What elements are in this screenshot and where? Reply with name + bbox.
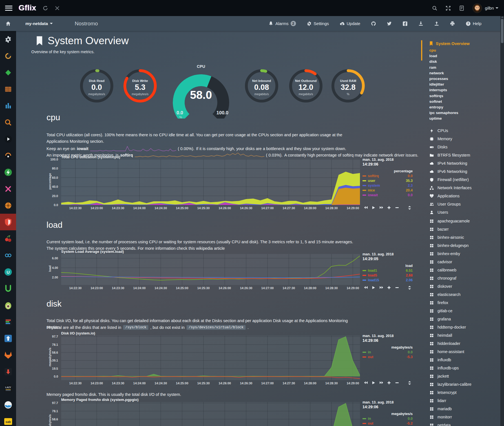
legend-entry-nice[interactable]: nice20.4: [362, 188, 413, 192]
fullscreen-icon[interactable]: [445, 5, 451, 11]
sidebar-app-gitlab[interactable]: [0, 347, 16, 363]
sidebar-app-scissors[interactable]: [0, 180, 16, 197]
chart-plot-area[interactable]: [61, 336, 360, 380]
chart-plot-area[interactable]: [61, 402, 360, 426]
nav-app-lazylibrarian-calibre[interactable]: lazylibrarian-calibre: [429, 380, 500, 389]
legend-entry-system[interactable]: system2.3: [362, 184, 413, 188]
sidebar-app-deluge[interactable]: [0, 64, 16, 81]
legend-entry-softirq[interactable]: softirq0.0: [362, 174, 413, 178]
scrollbar-up-arrow-icon[interactable]: [501, 16, 503, 18]
nav-item-ipc-semaphores[interactable]: ipc semaphores: [429, 110, 500, 116]
legend-entry-load5[interactable]: load52.68: [362, 273, 413, 277]
nav-app-grafana[interactable]: grafana: [429, 315, 500, 323]
nav-app-monitorr[interactable]: monitorr: [429, 413, 500, 421]
nav-group-memory[interactable]: Memory: [429, 135, 500, 143]
sidebar-app-crate[interactable]: [0, 81, 16, 97]
nav-app-chronograf[interactable]: chronograf: [429, 274, 500, 282]
resize-handle-icon[interactable]: [408, 286, 411, 291]
hamburger-menu-icon[interactable]: [5, 6, 12, 11]
nav-app-letsencrypt[interactable]: letsencrypt: [429, 389, 500, 397]
backward-icon[interactable]: [364, 206, 368, 209]
sidebar-app-monitorr[interactable]: [0, 313, 16, 330]
sidebar-app-plex[interactable]: [0, 131, 16, 147]
nav-group-disks[interactable]: Disks: [429, 143, 500, 151]
nav-app-gitlab-ce[interactable]: gitlab-ce: [429, 307, 500, 315]
user-menu-caret-icon[interactable]: [496, 7, 498, 9]
nav-item-uptime[interactable]: uptime: [429, 116, 500, 121]
nav-group-network-interfaces[interactable]: Network Interfaces: [429, 184, 500, 192]
close-tab-icon[interactable]: [54, 5, 60, 11]
nav-item-processes[interactable]: processes: [429, 76, 500, 82]
nav-app-elasticsearch[interactable]: elasticsearch: [429, 291, 500, 299]
sidebar-app-active[interactable]: [0, 214, 16, 230]
forward-icon[interactable]: [379, 206, 384, 209]
nav-app-firefox[interactable]: firefox: [429, 299, 500, 307]
minus-icon[interactable]: [395, 206, 399, 209]
sidebar-app-heimdall[interactable]: [0, 297, 16, 313]
nav-group-cpus[interactable]: CPUs: [429, 127, 500, 135]
sidebar-app-jackett[interactable]: [0, 147, 16, 164]
plus-icon[interactable]: [387, 206, 392, 209]
sidebar-app-bug[interactable]: [0, 197, 16, 214]
sidebar-app-diskover[interactable]: [0, 114, 16, 131]
scrollbar-thumb[interactable]: [501, 19, 503, 43]
legend-entry-load15[interactable]: load152.06: [362, 278, 413, 282]
search-icon[interactable]: [432, 5, 437, 11]
nav-group-firewall-netfilter-[interactable]: Firewall (netfilter): [429, 176, 500, 184]
sidebar-app-droplet[interactable]: [0, 396, 16, 413]
twitter-button[interactable]: [387, 21, 392, 26]
nav-item-interrupts[interactable]: interrupts: [429, 87, 500, 93]
username-label[interactable]: gilbn: [485, 6, 494, 10]
forward-icon[interactable]: [379, 381, 384, 385]
server-dropdown[interactable]: my-netdata: [25, 21, 58, 26]
nav-app-home-assistant[interactable]: home-assistant: [429, 348, 500, 356]
nav-app-hddtemp-docker[interactable]: hddtemp-docker: [429, 323, 500, 331]
nav-item-softnet[interactable]: softnet: [429, 99, 500, 104]
nav-item-entropy[interactable]: entropy: [429, 104, 500, 110]
nav-group-users[interactable]: Users: [429, 208, 500, 217]
gauge-cpu[interactable]: CPU 58.0 0.0 100.0 %: [167, 64, 235, 116]
nav-app-cadvisor[interactable]: cadvisor: [429, 258, 500, 266]
minus-icon[interactable]: [395, 381, 399, 385]
chart-plot-area[interactable]: [61, 159, 360, 205]
nav-group-user-groups[interactable]: User Groups: [429, 200, 500, 208]
sidebar-app-nextcloud[interactable]: [0, 247, 16, 264]
nav-item-network[interactable]: network: [429, 70, 500, 76]
gauge-used-ram[interactable]: Used RAM 32.8 %: [331, 68, 366, 103]
update-button[interactable]: Update: [340, 21, 360, 26]
nav-app-jackett[interactable]: jackett: [429, 372, 500, 380]
play-icon[interactable]: [372, 286, 376, 289]
gauge-net-outbound[interactable]: Net Outbound 12.0 megabits/s: [288, 68, 323, 103]
nav-app-calibreweb[interactable]: calibreweb: [429, 266, 500, 274]
legend-entry-out[interactable]: out-5.2: [362, 421, 413, 425]
sidebar-app-grafana[interactable]: [0, 164, 16, 180]
backward-icon[interactable]: [364, 286, 368, 289]
nav-app-binhex-airsonic[interactable]: binhex-airsonic: [429, 233, 500, 242]
legend-entry-in[interactable]: in0.0: [362, 350, 413, 354]
nav-group-ipv6-networking[interactable]: IPv6 Networking: [429, 168, 500, 176]
legend-entry-iowait[interactable]: iowait0.0: [362, 193, 413, 197]
sidebar-app-downloader[interactable]: [0, 363, 16, 380]
nav-app-heimdall[interactable]: heimdall: [429, 331, 500, 340]
nav-app-influxdb-ups[interactable]: influxdb-ups: [429, 364, 500, 372]
sidebar-app-lazylibrarian[interactable]: LAZY: [0, 380, 16, 396]
legend-entry-user[interactable]: user35.3: [362, 179, 413, 183]
minus-icon[interactable]: [395, 286, 399, 289]
help-button[interactable]: ? Help: [466, 21, 481, 26]
legend-entry-in[interactable]: in0.0: [362, 417, 413, 421]
nav-group-btrfs-filesystem[interactable]: BTRFS filesystem: [429, 151, 500, 159]
print-button[interactable]: [450, 21, 455, 26]
github-button[interactable]: [371, 21, 376, 26]
nav-item-disk[interactable]: disk: [429, 59, 500, 64]
nav-app-lidarr[interactable]: lidarr: [429, 397, 500, 405]
import-button[interactable]: [418, 21, 423, 26]
nav-item-load[interactable]: load: [429, 53, 500, 59]
nav-item-ram[interactable]: ram: [429, 65, 500, 70]
nav-app-bazarr[interactable]: bazarr: [429, 225, 500, 233]
export-button[interactable]: [434, 21, 439, 26]
alarms-button[interactable]: Alarms 2: [268, 21, 296, 26]
legend-entry-load1[interactable]: load16.51: [362, 269, 413, 273]
nav-group-applications[interactable]: Applications: [429, 192, 500, 200]
page-scrollbar[interactable]: [500, 16, 504, 426]
nav-app-netdata[interactable]: netdata: [429, 421, 500, 426]
